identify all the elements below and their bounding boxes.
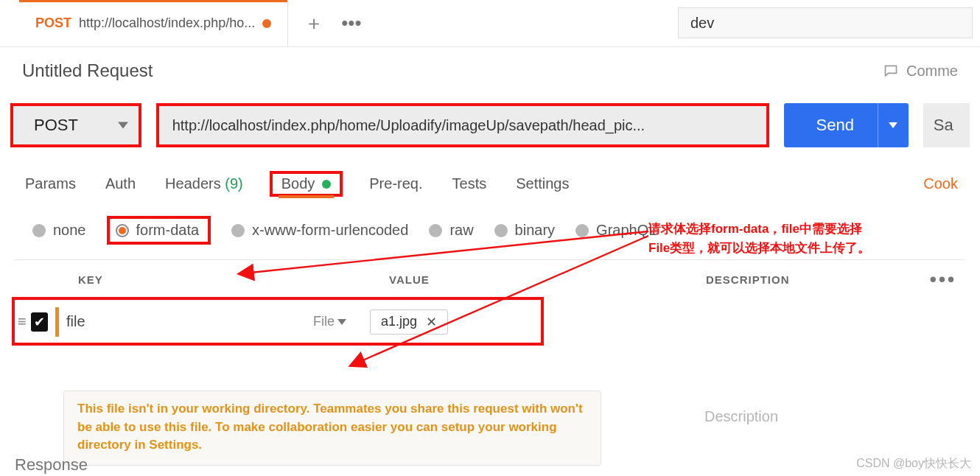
radio-icon bbox=[575, 224, 589, 237]
file-chip-name: a1.jpg bbox=[381, 314, 417, 329]
request-title[interactable]: Untitled Request bbox=[22, 60, 153, 81]
tab-body-label: Body bbox=[281, 175, 315, 192]
body-active-dot-icon bbox=[322, 180, 331, 189]
form-data-table: KEY VALUE DESCRIPTION ••• ≡ ✔ file File … bbox=[15, 259, 965, 346]
new-tab-plus-icon[interactable]: ＋ bbox=[304, 10, 323, 36]
body-type-none-label: none bbox=[53, 222, 86, 239]
working-directory-warning: This file isn't in your working director… bbox=[63, 391, 601, 466]
fd-row-highlight: ≡ ✔ file File a1.jpg ✕ bbox=[12, 297, 544, 346]
fd-key-cell[interactable]: file File bbox=[59, 313, 354, 330]
tab-tests[interactable]: Tests bbox=[449, 171, 490, 197]
comments-icon bbox=[883, 63, 899, 78]
environment-name: dev bbox=[690, 15, 714, 32]
body-type-raw[interactable]: raw bbox=[429, 222, 473, 239]
request-url-input[interactable]: http://localhost/index.php/home/Uploadif… bbox=[156, 103, 769, 147]
tab-settings[interactable]: Settings bbox=[513, 171, 572, 197]
fd-key-value: file bbox=[66, 313, 85, 330]
body-type-form-data-label: form-data bbox=[136, 222, 200, 239]
fd-more-icon[interactable]: ••• bbox=[921, 268, 965, 291]
watermark-text: CSDN @boy快快长大 bbox=[856, 456, 971, 472]
radio-icon bbox=[494, 224, 508, 237]
save-button[interactable]: Sa bbox=[923, 103, 970, 147]
body-type-xwww[interactable]: x-www-form-urlencoded bbox=[231, 222, 408, 239]
request-subtabs: Params Auth Headers (9) Body Pre-req. Te… bbox=[0, 155, 980, 197]
body-type-none[interactable]: none bbox=[32, 222, 86, 239]
fd-value-cell[interactable]: a1.jpg ✕ bbox=[354, 309, 448, 335]
body-type-graphql[interactable]: GraphQL bbox=[575, 222, 657, 239]
file-chip[interactable]: a1.jpg ✕ bbox=[370, 309, 448, 335]
tab-method-label: POST bbox=[35, 15, 71, 31]
fd-description-placeholder: Description bbox=[704, 408, 778, 424]
chevron-down-icon bbox=[118, 122, 128, 129]
fd-header-key: KEY bbox=[59, 273, 383, 286]
tab-headers-count: (9) bbox=[225, 175, 242, 192]
fd-key-type-label: File bbox=[313, 314, 335, 329]
environment-selector[interactable]: dev bbox=[678, 7, 973, 38]
send-button-label: Send bbox=[816, 116, 854, 135]
annotation-text: 请求体选择form-data，file中需要选择 File类型，就可以选择本地文… bbox=[648, 220, 958, 257]
form-data-header: KEY VALUE DESCRIPTION ••• bbox=[15, 260, 965, 298]
body-type-binary-label: binary bbox=[515, 222, 555, 239]
body-type-form-data[interactable]: form-data bbox=[107, 216, 211, 245]
tab-params[interactable]: Params bbox=[22, 171, 79, 197]
tab-body[interactable]: Body bbox=[270, 171, 343, 197]
fd-description-input[interactable]: Description bbox=[704, 398, 778, 435]
tab-auth[interactable]: Auth bbox=[102, 171, 139, 197]
radio-icon bbox=[116, 224, 129, 237]
comments-label: Comme bbox=[906, 63, 958, 80]
radio-icon bbox=[231, 224, 245, 237]
response-section-label: Response bbox=[15, 455, 88, 475]
tab-prereq[interactable]: Pre-req. bbox=[366, 171, 425, 197]
warning-text: This file isn't in your working director… bbox=[77, 402, 583, 452]
body-type-raw-label: raw bbox=[449, 222, 473, 239]
fd-key-type-dropdown[interactable]: File bbox=[313, 314, 346, 329]
cookies-link[interactable]: Cook bbox=[923, 175, 958, 192]
send-button[interactable]: Send bbox=[784, 103, 909, 147]
fd-header-value: VALUE bbox=[383, 273, 693, 286]
radio-icon bbox=[429, 224, 442, 237]
body-type-xwww-label: x-www-form-urlencoded bbox=[252, 222, 408, 239]
tab-headers[interactable]: Headers (9) bbox=[162, 171, 246, 197]
tab-headers-label: Headers bbox=[165, 175, 221, 192]
request-url-value: http://localhost/index.php/home/Uploadif… bbox=[172, 117, 645, 134]
http-method-dropdown[interactable]: POST bbox=[10, 103, 141, 147]
annotation-line1: 请求体选择form-data，file中需要选择 bbox=[648, 220, 958, 239]
tab-overflow-icon[interactable]: ••• bbox=[341, 12, 361, 35]
row-checkbox[interactable]: ✔ bbox=[31, 312, 49, 332]
send-split-dropdown[interactable] bbox=[878, 103, 909, 147]
fd-header-desc: DESCRIPTION bbox=[693, 273, 921, 286]
unsaved-dot-icon bbox=[262, 19, 271, 28]
save-button-label: Sa bbox=[934, 116, 953, 135]
request-tab-active[interactable]: POST http://localhost/index.php/ho... bbox=[19, 1, 288, 46]
remove-file-icon[interactable]: ✕ bbox=[426, 314, 437, 330]
table-row: ≡ ✔ file File a1.jpg ✕ bbox=[15, 300, 541, 343]
annotation-line2: File类型，就可以选择本地文件上传了。 bbox=[648, 239, 958, 258]
radio-icon bbox=[32, 224, 46, 237]
comments-button[interactable]: Comme bbox=[883, 63, 958, 80]
body-type-binary[interactable]: binary bbox=[494, 222, 555, 239]
http-method-value: POST bbox=[34, 116, 78, 135]
tab-url-abbrev: http://localhost/index.php/ho... bbox=[79, 15, 255, 31]
drag-handle-icon[interactable]: ≡ bbox=[18, 313, 27, 330]
